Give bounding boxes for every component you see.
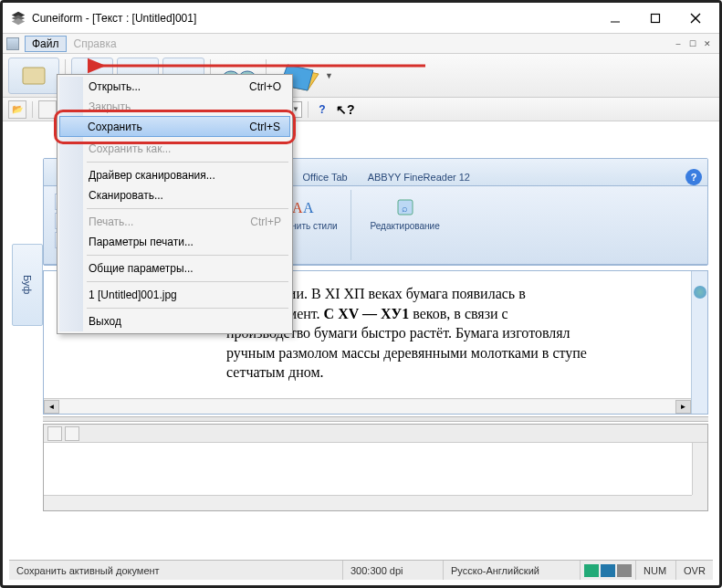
menu-item-close: Закрыть bbox=[59, 97, 290, 117]
mdi-minimize-button[interactable]: – bbox=[672, 37, 685, 50]
image-canvas[interactable] bbox=[44, 443, 692, 495]
menu-item-exit[interactable]: Выход bbox=[59, 311, 290, 331]
status-num: NUM bbox=[636, 561, 676, 580]
context-help-icon[interactable]: ↖? bbox=[336, 102, 355, 117]
maximize-button[interactable] bbox=[635, 5, 675, 32]
tb2-open-button[interactable]: 📂 bbox=[8, 100, 26, 119]
tab-office-tab[interactable]: Office Tab bbox=[294, 168, 357, 185]
svg-rect-4 bbox=[652, 14, 660, 22]
dropdown-caret-icon[interactable]: ▼ bbox=[325, 71, 333, 80]
image-panel-toolbar bbox=[44, 425, 707, 443]
file-dropdown-menu: Открыть...Ctrl+O Закрыть Сохранить как..… bbox=[57, 74, 293, 334]
menu-item-save[interactable]: Сохранить Ctrl+S bbox=[59, 116, 290, 137]
status-ovr: OVR bbox=[676, 561, 713, 580]
image-vscrollbar[interactable] bbox=[692, 443, 707, 495]
svg-text:⌕: ⌕ bbox=[402, 203, 408, 214]
hscroll-right-button[interactable]: ► bbox=[675, 400, 691, 414]
menu-item-print: Печать...Ctrl+P bbox=[59, 212, 290, 232]
svg-text:A: A bbox=[303, 200, 314, 215]
menubar: Файл Справка – ☐ ✕ bbox=[3, 34, 719, 54]
app-icon bbox=[10, 10, 26, 26]
status-dpi: 300:300 dpi bbox=[343, 561, 444, 580]
ribbon-help-icon[interactable]: ? bbox=[685, 169, 702, 185]
document-icon bbox=[6, 37, 19, 50]
menu-item-scan-driver[interactable]: Драйвер сканирования... bbox=[59, 165, 290, 185]
hscroll-left-button[interactable]: ◄ bbox=[44, 400, 59, 414]
titlebar: Cuneiform - [Текст : [Untitled]001] bbox=[3, 3, 719, 34]
mdi-close-button[interactable]: ✕ bbox=[701, 37, 714, 50]
status-view-icons[interactable] bbox=[581, 561, 636, 580]
img-tool-1[interactable] bbox=[47, 426, 62, 441]
clipboard-pane-label[interactable]: Буф bbox=[12, 244, 43, 326]
image-hscrollbar[interactable] bbox=[44, 495, 692, 510]
tb2-btn-2[interactable] bbox=[38, 100, 57, 119]
document-vscrollbar[interactable] bbox=[691, 271, 707, 414]
editing-button[interactable]: ⌕ Редактирование bbox=[365, 194, 445, 233]
splitter[interactable] bbox=[43, 416, 708, 422]
svg-rect-9 bbox=[23, 68, 45, 84]
menu-file[interactable]: Файл bbox=[25, 36, 67, 52]
img-tool-2[interactable] bbox=[65, 426, 79, 441]
ribbon-group-editing: ⌕ Редактирование bbox=[355, 190, 455, 260]
menu-item-scan[interactable]: Сканировать... bbox=[59, 185, 290, 205]
help-button[interactable]: ? bbox=[314, 101, 330, 118]
image-panel bbox=[43, 424, 708, 511]
mdi-restore-button[interactable]: ☐ bbox=[686, 37, 699, 50]
menu-item-open[interactable]: Открыть...Ctrl+O bbox=[59, 77, 290, 97]
svg-text:A: A bbox=[292, 200, 303, 215]
menu-item-print-params[interactable]: Параметры печати... bbox=[59, 232, 290, 252]
close-button[interactable] bbox=[675, 5, 716, 32]
tab-abbyy[interactable]: ABBYY FineReader 12 bbox=[359, 168, 479, 185]
status-language: Русско-Английский bbox=[444, 561, 581, 580]
menu-item-general-params[interactable]: Общие параметры... bbox=[59, 258, 290, 278]
status-hint: Сохранить активный документ bbox=[9, 561, 343, 580]
document-hscrollbar[interactable]: ◄ ► bbox=[44, 398, 691, 414]
minimize-button[interactable] bbox=[595, 5, 635, 32]
toolbar-button-1[interactable] bbox=[8, 58, 59, 94]
left-dock: Буф bbox=[12, 158, 43, 512]
window-title: Cuneiform - [Текст : [Untitled]001] bbox=[32, 12, 595, 25]
statusbar: Сохранить активный документ 300:300 dpi … bbox=[9, 560, 713, 580]
menu-help[interactable]: Справка bbox=[67, 36, 124, 52]
menu-item-save-as: Сохранить как... bbox=[59, 139, 290, 159]
document-text: транах Азии. В XI ХП веках бумага появил… bbox=[226, 284, 685, 383]
menu-item-recent-1[interactable]: 1 [Untitled]001.jpg bbox=[59, 285, 290, 305]
